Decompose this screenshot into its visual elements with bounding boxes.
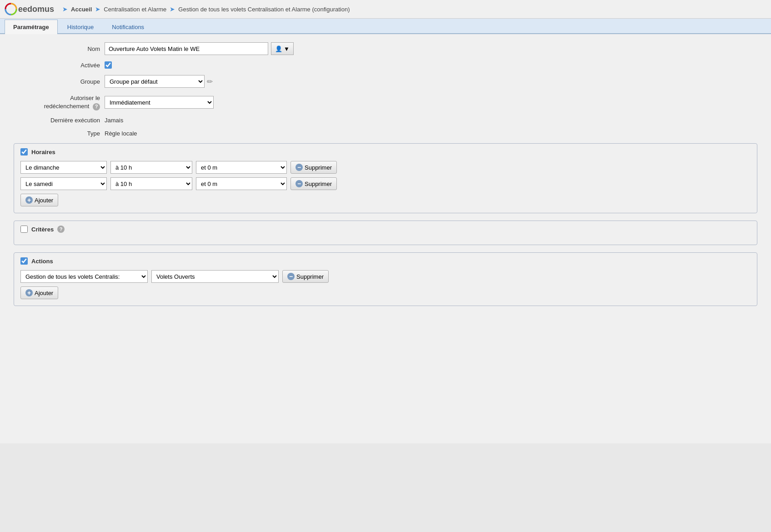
breadcrumb-arrow-2: ➤ xyxy=(95,5,100,13)
minus-icon-action-1: − xyxy=(287,273,295,280)
action-value-select-1[interactable]: Volets Ouverts xyxy=(151,270,279,283)
actions-ajouter-button[interactable]: + Ajouter xyxy=(20,286,58,299)
criteres-checkbox[interactable] xyxy=(20,226,28,233)
schedule-row-1: Le dimanche à 10 h et 0 m − Supprimer xyxy=(20,161,751,174)
supprimer-button-2[interactable]: − Supprimer xyxy=(290,177,337,190)
breadcrumb-level2[interactable]: Centralisation et Alarme xyxy=(104,6,166,13)
logo: eedomus xyxy=(5,3,54,15)
supprimer-label-1: Supprimer xyxy=(305,164,332,171)
minus-icon-1: − xyxy=(295,164,303,171)
activee-row: Activée xyxy=(14,61,757,69)
breadcrumb-home[interactable]: Accueil xyxy=(71,6,92,13)
horaires-ajouter-button[interactable]: + Ajouter xyxy=(20,194,58,206)
action-supprimer-button-1[interactable]: − Supprimer xyxy=(282,270,329,283)
criteres-help-icon[interactable]: ? xyxy=(57,226,65,233)
day-select-1[interactable]: Le dimanche xyxy=(20,161,107,174)
tab-historique[interactable]: Historique xyxy=(59,20,103,34)
actions-ajouter-label: Ajouter xyxy=(35,290,53,296)
tab-parametrage[interactable]: Paramétrage xyxy=(5,20,58,34)
criteres-panel: Critères ? xyxy=(14,221,757,245)
breadcrumb-arrow-1: ➤ xyxy=(62,5,68,13)
activee-label: Activée xyxy=(14,62,105,69)
user-button[interactable]: 👤 ▼ xyxy=(271,42,294,55)
schedule-row-2: Le samedi à 10 h et 0 m − Supprimer xyxy=(20,177,751,190)
derniere-exec-value: Jamais xyxy=(105,117,123,124)
type-label: Type xyxy=(14,130,105,137)
min-select-2[interactable]: et 0 m xyxy=(196,177,287,190)
derniere-exec-row: Dernière exécution Jamais xyxy=(14,117,757,124)
groupe-edit-button[interactable]: ✏ xyxy=(205,76,215,87)
plus-icon-horaires: + xyxy=(25,196,33,204)
horaires-checkbox[interactable] xyxy=(20,148,28,156)
dropdown-arrow: ▼ xyxy=(284,45,290,52)
groupe-row: Groupe Groupe par défaut ✏ xyxy=(14,75,757,88)
tab-notifications[interactable]: Notifications xyxy=(103,20,153,34)
derniere-exec-label: Dernière exécution xyxy=(14,117,105,124)
type-row: Type Règle locale xyxy=(14,130,757,137)
horaires-panel: Horaires Le dimanche à 10 h et 0 m − Sup… xyxy=(14,143,757,213)
actions-header: Actions xyxy=(20,257,751,265)
logo-text: eedomus xyxy=(18,5,54,14)
action-device-select-1[interactable]: Gestion de tous les volets Centralis: xyxy=(20,270,148,283)
groupe-select[interactable]: Groupe par défaut xyxy=(105,75,205,88)
activee-checkbox[interactable] xyxy=(105,61,112,69)
horaires-header: Horaires xyxy=(20,148,751,156)
rearm-help-icon[interactable]: ? xyxy=(93,103,100,110)
action-row-1: Gestion de tous les volets Centralis: Vo… xyxy=(20,270,751,283)
nom-label: Nom xyxy=(14,45,105,52)
breadcrumb-level3: Gestion de tous les volets Centralisatio… xyxy=(178,6,350,13)
hour-select-2[interactable]: à 10 h xyxy=(110,177,192,190)
top-bar: eedomus ➤ Accueil ➤ Centralisation et Al… xyxy=(0,0,771,19)
day-select-2[interactable]: Le samedi xyxy=(20,177,107,190)
horaires-title: Horaires xyxy=(31,149,55,156)
user-icon: 👤 xyxy=(275,45,282,52)
actions-title: Actions xyxy=(31,258,53,265)
actions-checkbox[interactable] xyxy=(20,257,28,265)
hour-select-1[interactable]: à 10 h xyxy=(110,161,192,174)
main-content: Nom 👤 ▼ Activée Groupe Groupe par défaut… xyxy=(0,34,771,443)
nom-input-wrapper: 👤 ▼ xyxy=(105,42,294,55)
rearm-row: Autoriser le redéclenchement ? Immédiate… xyxy=(14,94,757,110)
rearm-label: Autoriser le redéclenchement ? xyxy=(14,94,105,110)
rearm-select[interactable]: Immédiatement xyxy=(105,96,214,109)
nom-row: Nom 👤 ▼ xyxy=(14,42,757,55)
min-select-1[interactable]: et 0 m xyxy=(196,161,287,174)
nom-input[interactable] xyxy=(105,42,268,55)
breadcrumb: ➤ Accueil ➤ Centralisation et Alarme ➤ G… xyxy=(61,5,350,13)
action-supprimer-label-1: Supprimer xyxy=(296,273,324,280)
breadcrumb-arrow-3: ➤ xyxy=(170,5,175,13)
plus-icon-actions: + xyxy=(25,289,33,296)
horaires-ajouter-label: Ajouter xyxy=(35,197,53,204)
minus-icon-2: − xyxy=(295,180,303,187)
actions-panel: Actions Gestion de tous les volets Centr… xyxy=(14,252,757,306)
criteres-title: Critères xyxy=(31,226,54,233)
groupe-label: Groupe xyxy=(14,78,105,85)
supprimer-button-1[interactable]: − Supprimer xyxy=(290,161,337,174)
criteres-header: Critères ? xyxy=(20,226,751,233)
type-value: Règle locale xyxy=(105,130,137,137)
supprimer-label-2: Supprimer xyxy=(305,181,332,187)
tabs-bar: Paramétrage Historique Notifications xyxy=(0,19,771,34)
